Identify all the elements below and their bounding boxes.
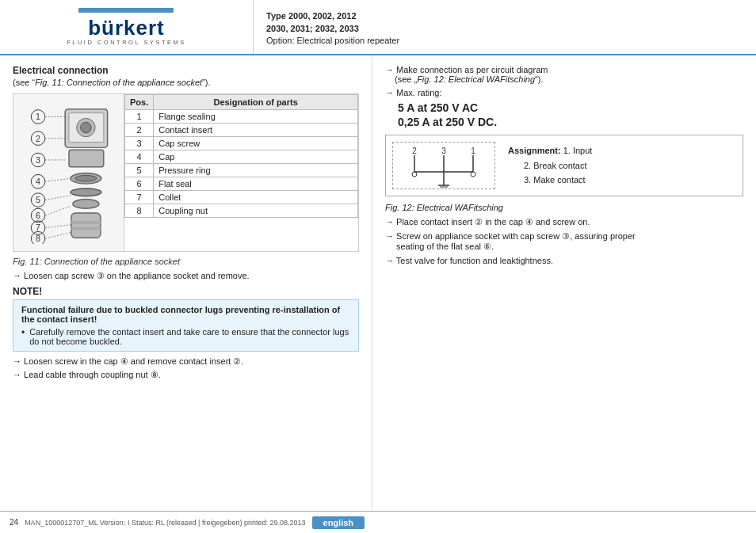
logo: bürkert FLUID CONTROL SYSTEMS <box>67 8 186 46</box>
section-subtitle: (see “Fig. 11: Connection of the applian… <box>13 78 359 87</box>
svg-text:4: 4 <box>36 177 40 186</box>
table-cell-pos: 2 <box>125 124 154 137</box>
svg-point-19 <box>80 122 91 133</box>
svg-text:2: 2 <box>412 147 417 155</box>
svg-text:1: 1 <box>36 112 40 121</box>
svg-text:1: 1 <box>471 147 475 155</box>
table-cell-pos: 8 <box>125 204 154 218</box>
left-arrow1: → Loosen cap screw ③ on the appliance so… <box>13 271 359 281</box>
parts-table-container: Pos. Designation of parts 1Flange sealin… <box>124 94 358 251</box>
svg-line-34 <box>44 225 71 228</box>
table-cell-name: Flange sealing <box>154 110 358 124</box>
svg-text:3: 3 <box>441 147 446 155</box>
left-arrow2: → Loosen screw in the cap ④ and remove c… <box>13 356 359 367</box>
right-arrow4: → Screw on appliance socket with cap scr… <box>385 231 743 252</box>
table-row: 1Flange sealing <box>125 110 358 124</box>
right-arrow3: → Place contact insert ② in the cap ④ an… <box>385 217 743 227</box>
table-cell-pos: 6 <box>125 177 154 191</box>
table-row: 8Coupling nut <box>125 204 358 218</box>
right-column: → Make connection as per circuit diagram… <box>372 55 756 511</box>
page-number: 24 <box>10 518 18 527</box>
logo-text: bürkert <box>88 16 165 40</box>
table-cell-name: Contact insert <box>154 124 358 137</box>
rating1: 5 A at 250 V AC <box>398 101 743 114</box>
circuit-diagram: 2 3 1 <box>392 142 495 189</box>
type-line1: Type 2000, 2002, 2012 <box>266 10 743 23</box>
svg-text:8: 8 <box>36 234 40 243</box>
svg-text:2: 2 <box>36 134 40 143</box>
table-cell-pos: 1 <box>125 110 154 124</box>
footer-meta: MAN_1000012707_ML Version: I Status: RL … <box>25 519 305 527</box>
bullet-dot: • <box>21 327 25 338</box>
svg-point-22 <box>74 175 96 181</box>
header-option: Option: Electrical position repeater <box>266 36 743 45</box>
main-content: Electrical connection (see “Fig. 11: Con… <box>0 55 756 511</box>
svg-rect-20 <box>69 150 104 166</box>
table-cell-name: Coupling nut <box>154 204 358 218</box>
note-box: Functional failure due to buckled connec… <box>13 299 359 352</box>
header-type-area: Type 2000, 2002, 2012 2030, 2031; 2032, … <box>254 0 756 54</box>
figure11-box: 1 2 3 4 5 6 <box>13 93 359 252</box>
type-line2: 2030, 2031; 2032, 2033 <box>266 22 743 36</box>
note-label: NOTE! <box>13 286 359 297</box>
svg-text:7: 7 <box>36 223 40 232</box>
right-arrow2: → Max. rating: <box>385 88 743 97</box>
table-row: 5Pressure ring <box>125 164 358 177</box>
table-row: 6Flat seal <box>125 177 358 191</box>
svg-line-32 <box>44 196 70 200</box>
footer-language: english <box>312 516 365 529</box>
svg-rect-26 <box>71 221 100 224</box>
figure11-diagram: 1 2 3 4 5 6 <box>13 94 124 251</box>
svg-line-33 <box>44 206 70 215</box>
table-row: 7Collet <box>125 191 358 204</box>
table-cell-pos: 4 <box>125 150 154 164</box>
table-cell-name: Collet <box>154 191 358 204</box>
table-cell-pos: 5 <box>125 164 154 177</box>
circuit-box: 2 3 1 <box>385 135 743 196</box>
table-row: 4Cap <box>125 150 358 164</box>
svg-line-31 <box>44 178 70 181</box>
logo-subtitle: FLUID CONTROL SYSTEMS <box>67 39 186 46</box>
svg-point-45 <box>471 172 475 177</box>
device-svg: 1 2 3 4 5 6 <box>21 101 116 244</box>
table-cell-name: Cap screw <box>154 137 358 150</box>
table-cell-name: Flat seal <box>154 177 358 191</box>
table-row: 3Cap screw <box>125 137 358 150</box>
svg-rect-27 <box>71 227 100 230</box>
header: bürkert FLUID CONTROL SYSTEMS Type 2000,… <box>0 0 756 55</box>
svg-text:3: 3 <box>36 155 40 165</box>
table-cell-pos: 7 <box>125 191 154 204</box>
table-row: 2Contact insert <box>125 124 358 137</box>
svg-point-44 <box>412 172 417 177</box>
header-logo-area: bürkert FLUID CONTROL SYSTEMS <box>0 0 254 54</box>
col-pos: Pos. <box>125 95 154 110</box>
footer: 24 MAN_1000012707_ML Version: I Status: … <box>0 511 756 533</box>
note-heading: Functional failure due to buckled connec… <box>21 305 350 324</box>
fig11-caption: Fig. 11: Connection of the appliance soc… <box>13 257 359 266</box>
svg-point-23 <box>70 188 101 196</box>
fig12-caption: Fig. 12: Electrical WAFitsching <box>385 203 743 212</box>
assignment-text: Assignment: 1. Input 2. Break contact 3.… <box>508 143 592 188</box>
svg-line-35 <box>44 232 71 238</box>
section-title: Electrical connection <box>13 65 359 76</box>
left-column: Electrical connection (see “Fig. 11: Con… <box>0 55 372 511</box>
table-cell-pos: 3 <box>125 137 154 150</box>
svg-rect-25 <box>71 213 100 238</box>
table-cell-name: Cap <box>154 150 358 164</box>
left-arrow3: → Lead cable through coupling nut ⑧. <box>13 370 359 380</box>
circuit-svg: 2 3 1 <box>400 144 487 188</box>
table-cell-name: Pressure ring <box>154 164 358 177</box>
parts-table: Pos. Designation of parts 1Flange sealin… <box>124 94 358 218</box>
note-bullet: • Carefully remove the contact insert an… <box>21 327 350 346</box>
right-arrow5: → Test valve for function and leaktightn… <box>385 256 743 265</box>
svg-point-24 <box>72 200 98 209</box>
svg-text:6: 6 <box>36 211 40 220</box>
logo-bar <box>78 8 174 13</box>
svg-text:5: 5 <box>36 195 40 204</box>
col-designation: Designation of parts <box>154 95 358 110</box>
right-arrow1: → Make connection as per circuit diagram… <box>385 65 743 84</box>
rating2: 0,25 A at 250 V DC. <box>398 116 743 128</box>
